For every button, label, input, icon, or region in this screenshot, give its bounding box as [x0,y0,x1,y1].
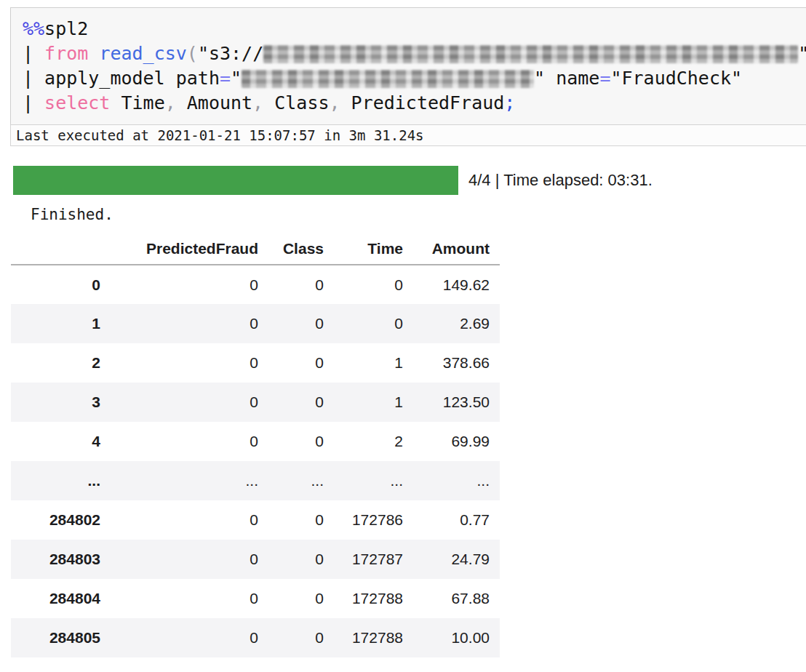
cell-class: 0 [258,304,324,343]
cell-amount: 24.79 [403,540,500,579]
row-index: ... [11,461,100,500]
name-param-token: " name [534,68,599,89]
column-header-amount: Amount [403,233,500,265]
row-index: 4 [11,422,100,461]
cell-class: ... [258,461,324,500]
table-row: 284803 0 0 172787 24.79 [11,540,500,579]
table-header-row: PredictedFraud Class Time Amount [11,233,500,265]
paren-token: ( [187,43,198,64]
cell-amount: 378.66 [403,343,500,383]
equals-token: = [220,68,231,89]
cell-predictedfraud: 0 [100,304,258,343]
keyword-token: from [44,43,88,64]
row-index: 0 [11,265,100,304]
equals-token: = [599,68,610,89]
table-body: 0 0 0 0 149.62 1 0 0 0 2.69 2 0 0 1 378.… [11,265,500,657]
command-token: apply_model path [44,68,220,89]
cell-class: 0 [258,383,324,422]
cell-predictedfraud: 0 [100,265,258,304]
cell-predictedfraud: 0 [100,500,258,540]
comma-token: , [252,92,263,113]
table-row: 284804 0 0 172788 67.88 [11,579,500,618]
cell-predictedfraud: 0 [100,383,258,422]
dataframe-table: PredictedFraud Class Time Amount 0 0 0 0… [11,233,500,657]
index-column-header [11,233,100,265]
progress-label: 4/4 | Time elapsed: 03:31. [468,171,653,190]
column-header-predictedfraud: PredictedFraud [100,233,258,265]
field-token: Time [110,92,164,113]
cell-time: 0 [324,304,403,343]
semicolon-token: ; [504,92,515,113]
cell-predictedfraud: 0 [100,618,258,657]
cell-class: 0 [258,500,324,540]
pipe-token: | [23,68,44,89]
code-line-4: | select Time, Amount, Class, PredictedF… [23,91,806,116]
cell-predictedfraud: 0 [100,343,258,383]
code-line-3: | apply_model path="" name="FraudCheck" [23,66,806,91]
comma-token: , [165,92,176,113]
cell-amount: 69.99 [403,422,500,461]
code-line-1: %%spl2 [23,17,806,41]
quote-token: " [231,68,242,89]
table-row: ... ... ... ... ... [11,461,500,500]
table-row: 2 0 0 1 378.66 [11,343,500,383]
cell-amount: 2.69 [403,304,500,343]
row-index: 1 [11,304,100,343]
function-token: read_csv [99,43,186,64]
name-value-token: "FraudCheck" [610,68,742,89]
field-token: Amount [176,92,252,113]
keyword-token: select [44,92,110,113]
row-index: 284804 [11,579,100,618]
finished-message: Finished. [31,206,113,223]
cell-class: 0 [258,579,324,618]
row-index: 3 [11,383,100,422]
row-index: 284803 [11,540,100,579]
space-token [88,43,99,64]
cell-predictedfraud: 0 [100,540,258,579]
table-row: 284802 0 0 172786 0.77 [11,500,500,540]
pipe-token: | [23,92,44,113]
cell-class: 0 [258,422,324,461]
comma-token: , [329,92,340,113]
cell-time: ... [324,461,403,500]
magic-token: %% [23,18,44,39]
row-index: 284805 [11,618,100,657]
redacted-model-path-blur [242,70,534,88]
table-row: 284805 0 0 172788 10.00 [11,618,500,657]
cell-amount: 0.77 [403,500,500,540]
field-token: Class [263,92,329,113]
cell-predictedfraud: 0 [100,422,258,461]
progress-row: 4/4 | Time elapsed: 03:31. [13,166,653,195]
cell-amount: 10.00 [403,618,500,657]
cell-class: 0 [258,540,324,579]
cell-class: 0 [258,265,324,304]
cell-predictedfraud: ... [100,461,258,500]
cell-class: 0 [258,343,324,383]
execution-status-text: Last executed at 2021-01-21 15:07:57 in … [16,127,424,143]
cell-time: 172787 [324,540,403,579]
string-token: "s3:// [198,43,263,64]
cell-amount: 123.50 [403,383,500,422]
cell-time: 172788 [324,618,403,657]
column-header-time: Time [324,233,403,265]
cell-amount: 67.88 [403,579,500,618]
row-index: 2 [11,343,100,383]
row-index: 284802 [11,500,100,540]
column-header-class: Class [258,233,324,265]
cell-time: 2 [324,422,403,461]
cell-time: 0 [324,265,403,304]
redacted-s3-url-blur [263,45,798,63]
code-cell[interactable]: %%spl2 | from read_csv("s3://" | apply_m… [10,7,806,125]
cell-amount: 149.62 [403,265,500,304]
pipe-token: | [23,43,44,64]
table-row: 1 0 0 0 2.69 [11,304,500,343]
table-row: 0 0 0 0 149.62 [11,265,500,304]
cell-time: 1 [324,343,403,383]
cell-predictedfraud: 0 [100,579,258,618]
code-line-2: | from read_csv("s3://" [23,41,806,66]
cell-time: 1 [324,383,403,422]
execution-status: Last executed at 2021-01-21 15:07:57 in … [10,124,806,146]
progress-bar-fill [13,166,458,195]
cell-time: 172788 [324,579,403,618]
magic-name: spl2 [44,18,88,39]
